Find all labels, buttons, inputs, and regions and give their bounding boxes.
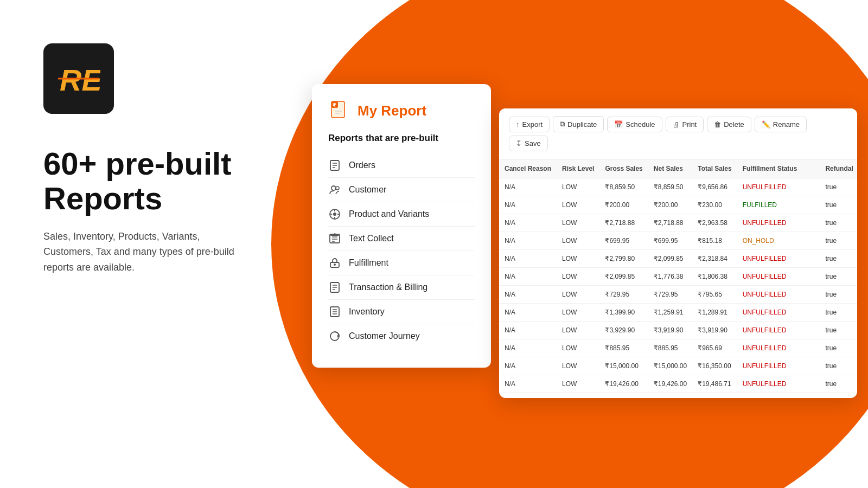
toolbar-btn-label: Delete <box>724 120 744 129</box>
table-cell: ₹2,718.88 <box>599 214 648 232</box>
toolbar-rename-button[interactable]: ✏️Rename <box>755 117 807 132</box>
table-cell: ₹200.00 <box>648 196 692 214</box>
toolbar-btn-icon: ⧉ <box>560 120 565 129</box>
table-cell: true <box>820 178 857 196</box>
table-cell: ₹19,426.00 <box>599 375 648 393</box>
report-item[interactable]: Inventory <box>328 300 475 324</box>
table-cell: ON_HOLD <box>737 232 820 250</box>
table-cell: ₹8,859.50 <box>599 178 648 196</box>
table-cell: LOW <box>557 322 599 339</box>
headline: 60+ pre-built Reports <box>43 146 250 216</box>
report-item[interactable]: Product and Variants <box>328 202 475 227</box>
table-cell: FULFILLED <box>737 196 820 214</box>
svg-point-11 <box>331 186 336 190</box>
toolbar-btn-label: Export <box>522 120 543 129</box>
toolbar-save-button[interactable]: ↧Save <box>509 136 548 151</box>
table-header-cell: Risk Level <box>557 159 599 178</box>
table-row[interactable]: N/ALOW₹3,929.90₹3,919.90₹3,919.90UNFULFI… <box>499 322 857 339</box>
report-item[interactable]: Customer Journey <box>328 324 475 348</box>
table-panel: ↑Export⧉Duplicate📅Schedule🖨Print🗑Delete✏… <box>499 108 857 398</box>
table-row[interactable]: N/ALOW₹2,799.80₹2,099.85₹2,318.84UNFULFI… <box>499 250 857 268</box>
table-cell: true <box>820 322 857 339</box>
report-item-label: Text Collect <box>349 234 394 243</box>
toolbar-print-button[interactable]: 🖨Print <box>666 117 704 132</box>
table-row[interactable]: N/ALOW₹699.95₹699.95₹815.18ON_HOLDtrue <box>499 232 857 250</box>
toolbar-export-button[interactable]: ↑Export <box>509 117 550 132</box>
toolbar-btn-label: Schedule <box>626 120 655 129</box>
table-cell: N/A <box>499 375 557 393</box>
toolbar-schedule-button[interactable]: 📅Schedule <box>607 117 662 132</box>
table-container[interactable]: Cancel ReasonRisk LevelGross SalesNet Sa… <box>499 159 857 398</box>
report-item-icon-3 <box>328 232 341 245</box>
report-header: ₹ My Report <box>328 99 475 122</box>
table-row[interactable]: N/ALOW₹15,000.00₹15,000.00₹16,350.00UNFU… <box>499 357 857 375</box>
table-cell: true <box>820 304 857 322</box>
table-row[interactable]: N/ALOW₹729.95₹729.95₹795.65UNFULFILLEDtr… <box>499 286 857 304</box>
report-item[interactable]: Transaction & Billing <box>328 275 475 300</box>
report-item[interactable]: Customer <box>328 178 475 202</box>
table-cell: ₹815.18 <box>692 232 737 250</box>
table-cell: LOW <box>557 268 599 286</box>
toolbar-duplicate-button[interactable]: ⧉Duplicate <box>553 116 604 132</box>
table-cell: LOW <box>557 214 599 232</box>
toolbar-btn-icon: 🗑 <box>714 120 721 129</box>
table-cell: LOW <box>557 232 599 250</box>
table-cell: UNFULFILLED <box>737 375 820 393</box>
table-row[interactable]: N/ALOW₹19,426.00₹19,426.00₹19,486.71UNFU… <box>499 375 857 393</box>
table-toolbar: ↑Export⧉Duplicate📅Schedule🖨Print🗑Delete✏… <box>499 108 857 159</box>
report-item[interactable]: Orders <box>328 153 475 178</box>
toolbar-btn-icon: 📅 <box>614 120 623 129</box>
report-item[interactable]: Fulfillment <box>328 251 475 275</box>
table-cell: N/A <box>499 196 557 214</box>
toolbar-btn-icon: ✏️ <box>762 120 770 129</box>
table-row[interactable]: N/ALOW₹1,399.90₹1,259.91₹1,289.91UNFULFI… <box>499 304 857 322</box>
table-cell: UNFULFILLED <box>737 322 820 339</box>
table-cell: LOW <box>557 178 599 196</box>
table-cell: N/A <box>499 250 557 268</box>
table-cell: ₹2,718.88 <box>648 214 692 232</box>
table-row[interactable]: N/ALOW₹885.95₹885.95₹965.69UNFULFILLEDtr… <box>499 339 857 357</box>
table-cell: ₹200.00 <box>599 196 648 214</box>
table-cell: UNFULFILLED <box>737 339 820 357</box>
report-item-label: Customer <box>349 185 386 195</box>
report-title: My Report <box>358 102 426 119</box>
table-cell: ₹16,410.00 <box>692 393 737 399</box>
table-cell: UNFULFILLED <box>737 304 820 322</box>
svg-point-24 <box>334 264 336 266</box>
table-row[interactable]: N/ALOW₹8,859.50₹8,859.50₹9,656.86UNFULFI… <box>499 178 857 196</box>
table-cell: N/A <box>499 232 557 250</box>
data-table: Cancel ReasonRisk LevelGross SalesNet Sa… <box>499 159 857 398</box>
table-cell: ₹1,259.91 <box>648 304 692 322</box>
table-row[interactable]: N/ALOW₹2,718.88₹2,718.88₹2,963.58UNFULFI… <box>499 214 857 232</box>
toolbar-delete-button[interactable]: 🗑Delete <box>707 117 751 132</box>
table-header-cell: Refundal <box>820 159 857 178</box>
table-cell: LOW <box>557 196 599 214</box>
report-item-label: Inventory <box>349 307 385 317</box>
table-cell: UNFULFILLED <box>737 178 820 196</box>
toolbar-btn-icon: 🖨 <box>673 120 680 129</box>
table-cell: ₹729.95 <box>648 286 692 304</box>
table-row[interactable]: N/ALOW₹2,099.85₹1,776.38₹1,806.38UNFULFI… <box>499 268 857 286</box>
table-header-cell: Cancel Reason <box>499 159 557 178</box>
table-cell: LOW <box>557 286 599 304</box>
table-cell: ₹15,000.00 <box>648 393 692 399</box>
table-row[interactable]: N/ALOW₹15,000.00₹15,000.00₹16,410.00UNFU… <box>499 393 857 399</box>
table-cell: N/A <box>499 304 557 322</box>
table-header-cell: Fulfillment Status <box>737 159 820 178</box>
logo-box: RE <box>43 43 114 114</box>
table-cell: ₹19,486.71 <box>692 375 737 393</box>
table-cell: ₹15,000.00 <box>599 357 648 375</box>
table-cell: ₹795.65 <box>692 286 737 304</box>
subtext: Sales, Inventory, Products, Variants, Cu… <box>43 229 250 275</box>
table-header-cell: Total Sales <box>692 159 737 178</box>
table-row[interactable]: N/ALOW₹200.00₹200.00₹230.00FULFILLEDtrue <box>499 196 857 214</box>
toolbar-btn-label: Rename <box>773 120 800 129</box>
table-cell: ₹729.95 <box>599 286 648 304</box>
table-header-cell: Gross Sales <box>599 159 648 178</box>
table-cell: true <box>820 375 857 393</box>
table-cell: ₹2,799.80 <box>599 250 648 268</box>
report-item-label: Orders <box>349 160 375 170</box>
report-item-icon-7 <box>328 330 341 343</box>
report-card: ₹ My Report Reports that are pre-built O… <box>312 84 491 368</box>
report-item[interactable]: Text Collect <box>328 227 475 251</box>
